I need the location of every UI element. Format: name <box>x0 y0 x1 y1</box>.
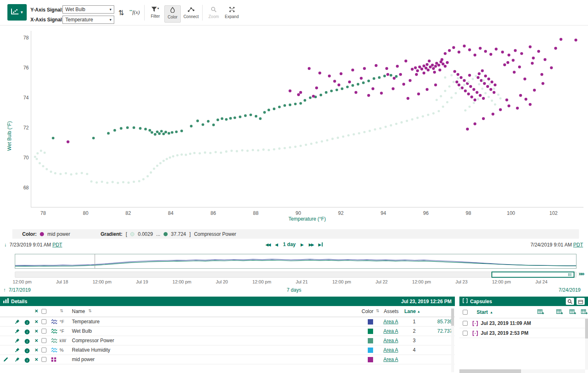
scatter-plot[interactable] <box>31 31 583 207</box>
auto-update-icon[interactable]: »» <box>579 270 584 277</box>
range-start-datetime[interactable]: 7/23/2019 9:01 AM <box>9 242 51 248</box>
remove-icon[interactable]: ✕ <box>35 317 38 327</box>
table-stats-icon[interactable] <box>570 309 576 316</box>
add-column-icon[interactable] <box>537 309 544 316</box>
info-icon[interactable]: i <box>25 329 30 334</box>
pin-icon[interactable] <box>15 348 20 354</box>
time-range-scrollbar[interactable] <box>15 272 576 278</box>
connect-button[interactable]: Connect <box>182 5 201 23</box>
row-checkbox[interactable] <box>42 329 46 334</box>
selector-grip-icon[interactable] <box>568 273 572 276</box>
capsule-row[interactable]: Jul 23, 2019 11:09 AM <box>459 318 588 328</box>
capsule-checkbox[interactable] <box>463 321 468 326</box>
color-swatch[interactable] <box>368 329 373 334</box>
filter-button[interactable]: ▼ Filter <box>147 5 164 23</box>
asset-link[interactable]: Area A <box>383 345 398 355</box>
item-name[interactable]: Wet Bulb <box>72 327 92 336</box>
item-name[interactable]: Relative Humidity <box>72 345 110 355</box>
asset-link[interactable]: Area A <box>383 317 398 327</box>
color-swatch[interactable] <box>368 357 373 362</box>
pin-icon[interactable] <box>15 329 20 335</box>
range-start-arrow-icon[interactable]: ↓ <box>4 242 7 248</box>
table-row[interactable]: i✕kWCompressor PowerArea A3 <box>0 336 455 345</box>
investigate-duration[interactable]: 7 days <box>0 287 588 293</box>
gradient-max-dot <box>164 232 168 236</box>
table-options-icon[interactable] <box>556 309 563 316</box>
remove-icon[interactable]: ✕ <box>35 345 38 355</box>
table-row[interactable]: i✕%Relative HumidityArea A4 <box>0 345 455 355</box>
capsules-select-all-checkbox[interactable] <box>463 310 468 315</box>
start-column-header[interactable]: Start <box>477 309 488 315</box>
info-icon[interactable]: i <box>25 338 30 344</box>
sort-icon[interactable]: ⇅ <box>88 309 92 313</box>
row-checkbox[interactable] <box>42 338 46 343</box>
capsules-collapse-button[interactable] <box>576 298 585 305</box>
edit-icon[interactable] <box>3 357 8 363</box>
step-to-end-icon[interactable]: ▶ <box>318 242 323 247</box>
step-back-icon[interactable]: ◀ <box>275 242 278 247</box>
x-tick-label: 100 <box>503 210 519 216</box>
range-end-datetime[interactable]: 7/24/2019 9:01 AM <box>530 242 572 248</box>
item-name[interactable]: Compressor Power <box>72 336 114 345</box>
investigate-end-date[interactable]: 7/24/2019 <box>559 287 581 293</box>
timezone-link[interactable]: PDT <box>573 242 583 248</box>
step-back-full-icon[interactable]: ◀◀ <box>265 242 270 247</box>
asset-link[interactable]: Area A <box>383 327 398 336</box>
investigate-range-bar: ↑ 7/17/2019 7 days 7/24/2019 <box>0 287 588 295</box>
capsules-vertical-scrollbar[interactable] <box>585 319 588 370</box>
asset-link[interactable]: Area A <box>383 336 398 345</box>
details-vertical-scrollbar[interactable] <box>451 309 454 372</box>
pin-icon[interactable] <box>15 357 20 363</box>
remove-icon[interactable]: ✕ <box>35 327 38 336</box>
pin-icon[interactable] <box>15 338 20 344</box>
remove-icon[interactable]: ✕ <box>35 336 38 345</box>
row-checkbox[interactable] <box>42 319 46 324</box>
lane-column-header[interactable]: Lane <box>404 309 416 314</box>
display-range-selector[interactable] <box>491 272 574 278</box>
zoom-button[interactable]: Zoom <box>205 5 222 23</box>
x-axis-signal-value: Temperature <box>65 17 93 23</box>
info-icon[interactable]: i <box>25 357 30 363</box>
capsule-checkbox[interactable] <box>463 331 468 336</box>
color-column-header[interactable]: Color <box>362 309 374 314</box>
item-name[interactable]: mid power <box>72 355 95 364</box>
capsule-start-time: Jul 23, 2019 11:09 AM <box>481 318 531 328</box>
asset-link[interactable]: Area A <box>383 355 398 364</box>
remove-all-icon[interactable]: ✕ <box>35 309 38 314</box>
color-swatch[interactable] <box>368 319 373 325</box>
y-tick-label: 72 <box>15 125 29 131</box>
color-swatch[interactable] <box>368 348 373 353</box>
step-duration-label[interactable]: 1 day <box>283 242 296 247</box>
table-row[interactable]: i✕°FWet BulbArea A272.737 <box>0 327 455 336</box>
remove-icon[interactable]: ✕ <box>35 355 38 364</box>
trend-overview-strip[interactable] <box>15 254 576 269</box>
item-name[interactable]: Temperature <box>72 317 99 327</box>
expand-button[interactable]: Expand <box>224 5 240 23</box>
fx-tool-button[interactable]: **f(x) <box>129 9 140 16</box>
sort-icon[interactable]: ⇅ <box>376 309 379 313</box>
y-axis-signal-select[interactable]: Wet Bulb ▼ <box>62 5 114 14</box>
name-column-header[interactable]: Name <box>72 309 85 314</box>
select-all-checkbox[interactable] <box>42 309 46 314</box>
chart-type-button[interactable]: ▼ <box>7 4 27 21</box>
swap-axes-icon[interactable]: ⇅ <box>118 9 124 17</box>
capsules-search-button[interactable] <box>566 298 574 305</box>
row-checkbox[interactable] <box>42 348 46 352</box>
capsule-row[interactable]: Jul 23, 2019 2:53 PM <box>459 328 588 338</box>
assets-column-header[interactable]: Assets <box>384 309 399 314</box>
pin-icon[interactable] <box>15 319 20 325</box>
info-icon[interactable]: i <box>25 319 30 325</box>
row-checkbox[interactable] <box>42 357 46 362</box>
capsules-horizontal-scrollbar[interactable] <box>459 369 585 373</box>
color-button[interactable]: Color <box>164 5 181 23</box>
info-icon[interactable]: i <box>25 348 30 353</box>
color-swatch[interactable] <box>368 338 373 343</box>
table-row[interactable]: i✕mid powerArea A <box>0 355 455 364</box>
step-forward-full-icon[interactable]: ▶▶ <box>309 242 313 247</box>
table-export-icon[interactable] <box>581 309 588 316</box>
x-axis-signal-select[interactable]: Temperature ▼ <box>62 16 114 24</box>
table-row[interactable]: i✕°FTemperatureArea A185.739 <box>0 317 455 327</box>
sort-icon[interactable]: ⇅ <box>60 309 63 313</box>
timezone-link[interactable]: PDT <box>52 242 62 248</box>
step-forward-icon[interactable]: ▶ <box>300 242 304 247</box>
